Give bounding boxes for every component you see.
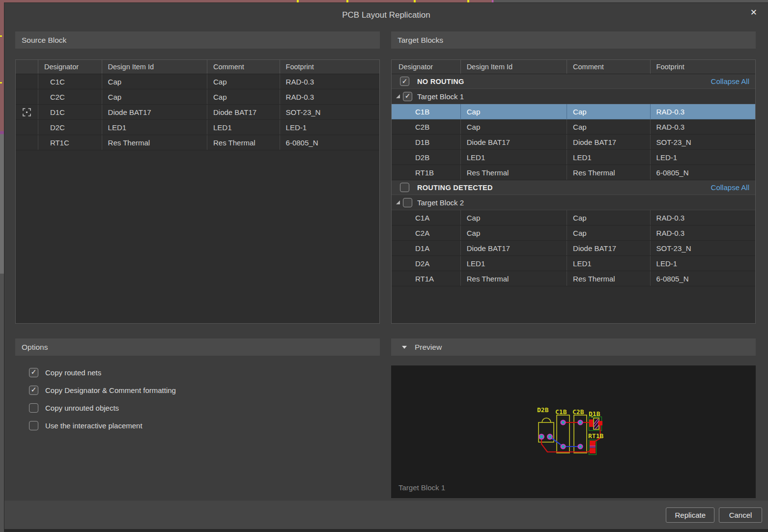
target-table: DesignatorDesign Item IdCommentFootprint…	[391, 59, 756, 324]
option-checkbox[interactable]: ✓	[29, 386, 38, 395]
option-checkbox[interactable]	[29, 403, 38, 413]
cell-comment: Res Thermal	[207, 135, 280, 150]
source-table-row[interactable]: C1CCapCapRAD-0.3	[16, 74, 379, 89]
group-row: ROUTING DETECTEDCollapse All	[392, 180, 755, 195]
expander-icon[interactable]	[396, 94, 400, 98]
target-table-row[interactable]: RT1BRes ThermalRes Thermal6-0805_N	[392, 165, 755, 180]
cell-footprint: RAD-0.3	[280, 74, 379, 89]
cell-footprint: 6-0805_N	[650, 271, 755, 286]
pcb-layout-replication-dialog: PCB Layout Replication ✕ Source Block De…	[4, 2, 768, 532]
cell-designator: RT1A	[392, 271, 460, 286]
group-checkbox[interactable]: ✓	[400, 77, 409, 86]
group-checkbox[interactable]	[400, 183, 409, 192]
target-table-row[interactable]: RT1ARes ThermalRes Thermal6-0805_N	[392, 271, 755, 286]
option-label: Copy unrouted objects	[45, 404, 119, 412]
target-table-body: ✓NO ROUTINGCollapse All✓Target Block 1C1…	[392, 74, 755, 286]
cell-designator: C2C	[38, 89, 102, 104]
source-block-header: Source Block	[15, 31, 380, 49]
dialog-title: PCB Layout Replication	[342, 10, 430, 20]
target-table-row[interactable]: D1BDiode BAT17Diode BAT17SOT-23_N	[392, 135, 755, 150]
cell-footprint: LED-1	[650, 150, 755, 165]
target-table-row[interactable]: C1ACapCapRAD-0.3	[392, 210, 755, 225]
preview-header[interactable]: Preview	[391, 338, 756, 356]
collapse-all-link[interactable]: Collapse All	[711, 183, 749, 192]
cell-designator: C1C	[38, 74, 102, 89]
option-label: Use the interactive placement	[45, 421, 142, 430]
preview-caption: Target Block 1	[398, 483, 445, 492]
cell-design_item_id: Cap	[460, 104, 567, 119]
group-row: ✓NO ROUTINGCollapse All	[392, 74, 755, 89]
cell-footprint: RAD-0.3	[650, 225, 755, 240]
check-icon: ✓	[402, 78, 408, 84]
dialog-title-bar: PCB Layout Replication ✕	[4, 3, 768, 27]
cell-footprint: RAD-0.3	[650, 104, 755, 119]
cell-design_item_id: Cap	[460, 225, 567, 240]
dialog-footer: Replicate Cancel	[4, 501, 768, 529]
header-cell-designator: Designator	[392, 60, 460, 74]
pcb-label: D1B	[589, 410, 600, 418]
group-label: ROUTING DETECTED	[417, 184, 493, 192]
block-row: Target Block 2	[392, 195, 755, 210]
cell-designator: C1A	[392, 210, 460, 225]
cell-design_item_id: Cap	[460, 119, 567, 134]
cell-design_item_id: Res Thermal	[102, 135, 207, 150]
source-table-row[interactable]: D1CDiode BAT17Diode BAT17SOT-23_N	[16, 105, 379, 120]
pcb-label: C1B	[555, 408, 567, 416]
source-table-body: C1CCapCapRAD-0.3C2CCapCapRAD-0.3D1CDiode…	[16, 74, 379, 150]
option-checkbox[interactable]: ✓	[29, 368, 38, 377]
cancel-button[interactable]: Cancel	[719, 507, 762, 523]
source-table-header-row: DesignatorDesign Item IdCommentFootprint	[16, 60, 379, 74]
check-icon: ✓	[31, 386, 37, 393]
check-icon: ✓	[31, 368, 37, 375]
dialog-body: Source Block DesignatorDesign Item IdCom…	[15, 31, 756, 498]
source-table-row[interactable]: D2CLED1LED1LED-1	[16, 120, 379, 135]
cell-designator: D1C	[38, 105, 102, 119]
cell-comment: LED1	[567, 256, 650, 271]
replicate-button[interactable]: Replicate	[666, 507, 714, 523]
source-table-row[interactable]: C2CCapCapRAD-0.3	[16, 89, 379, 105]
cell-designator: D1A	[392, 241, 460, 255]
expander-icon[interactable]	[396, 200, 400, 204]
cell-comment: Res Thermal	[567, 271, 650, 286]
cell-design_item_id: Diode BAT17	[460, 241, 567, 255]
target-table-row[interactable]: D1ADiode BAT17Diode BAT17SOT-23_N	[392, 241, 755, 256]
cell-footprint: LED-1	[280, 120, 379, 135]
cell-footprint: SOT-23_N	[650, 241, 755, 255]
cell-footprint: LED-1	[650, 256, 755, 271]
option-row: ✓Copy routed nets	[29, 364, 380, 381]
block-checkbox[interactable]: ✓	[403, 92, 412, 101]
cell-designator: C2B	[392, 119, 460, 134]
collapse-all-link[interactable]: Collapse All	[711, 77, 749, 85]
pcb-label: D2B	[537, 406, 549, 414]
cell-footprint: SOT-23_N	[650, 135, 755, 149]
target-table-row[interactable]: D2BLED1LED1LED-1	[392, 150, 755, 165]
block-label: Target Block 2	[417, 198, 464, 207]
cell-designator: D2C	[38, 120, 102, 135]
check-icon: ✓	[405, 92, 411, 99]
cell-design_item_id: LED1	[460, 150, 567, 165]
target-table-row[interactable]: C1BCapCapRAD-0.3	[392, 104, 755, 119]
group-label: NO ROUTING	[417, 78, 464, 85]
target-table-row[interactable]: C2ACapCapRAD-0.3	[392, 225, 755, 241]
cell-comment: Cap	[567, 225, 650, 240]
target-table-row[interactable]: C2BCapCapRAD-0.3	[392, 119, 755, 135]
cell-design_item_id: Cap	[102, 89, 207, 104]
header-cell-comment: Comment	[567, 60, 650, 74]
close-icon[interactable]: ✕	[750, 8, 757, 17]
cell-comment: Cap	[207, 74, 280, 89]
option-label: Copy routed nets	[45, 368, 101, 377]
block-checkbox[interactable]	[403, 198, 412, 207]
cell-designator: C2A	[392, 225, 460, 240]
options-header: Options	[15, 338, 380, 356]
option-checkbox[interactable]	[29, 421, 38, 430]
target-table-row[interactable]: D2ALED1LED1LED-1	[392, 256, 755, 271]
cell-footprint: 6-0805_N	[280, 135, 379, 150]
chevron-down-icon	[402, 346, 407, 349]
row-icon-cell	[16, 135, 38, 150]
pcb-label: C2B	[572, 408, 584, 416]
block-row: ✓Target Block 1	[392, 89, 755, 104]
row-icon-cell	[16, 120, 38, 135]
block-label: Target Block 1	[417, 92, 464, 101]
source-table-row[interactable]: RT1CRes ThermalRes Thermal6-0805_N	[16, 135, 379, 150]
options-list: ✓Copy routed nets✓Copy Designator & Comm…	[15, 364, 380, 434]
